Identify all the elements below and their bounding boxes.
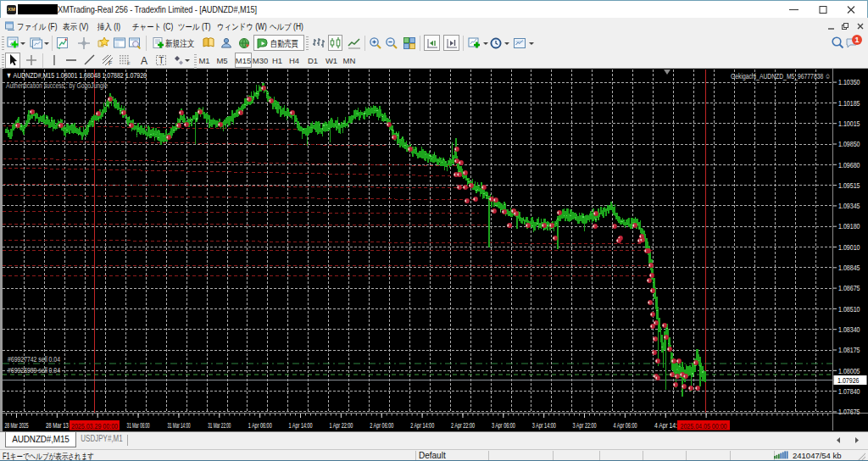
svg-text:1.07840: 1.07840 (838, 387, 860, 396)
svg-text:1.07675: 1.07675 (838, 408, 860, 416)
svg-text:1.07926: 1.07926 (837, 376, 860, 385)
svg-text:Authentication success : by Go: Authentication success : by GogoJungle (6, 81, 108, 90)
svg-text:1.08510: 1.08510 (838, 305, 860, 314)
svg-text:31 Mar 22:00: 31 Mar 22:00 (208, 421, 231, 430)
svg-text:1.09850: 1.09850 (838, 140, 860, 148)
svg-text:4 Apr 14:: 4 Apr 14: (654, 421, 677, 430)
svg-text:1.09680: 1.09680 (838, 161, 860, 169)
svg-text:31 Mar 06:00: 31 Mar 06:00 (127, 421, 150, 430)
svg-text:3 Apr 14:00: 3 Apr 14:00 (532, 421, 556, 430)
svg-text:2 Apr 22:00: 2 Apr 22:00 (451, 421, 475, 430)
svg-text:1.08845: 1.08845 (838, 264, 860, 272)
svg-text:T: T (159, 56, 164, 65)
svg-text:A: A (141, 55, 147, 67)
svg-text:F: F (108, 60, 112, 66)
svg-text:1.08340: 1.08340 (838, 325, 860, 334)
svg-text:1.09515: 1.09515 (838, 181, 860, 190)
svg-text:1.09010: 1.09010 (838, 243, 860, 252)
svg-text:#69927742 sell 0.04: #69927742 sell 0.04 (8, 355, 60, 364)
svg-text:1.10015: 1.10015 (838, 119, 860, 128)
svg-text:3 Apr 06:00: 3 Apr 06:00 (492, 421, 515, 430)
svg-text:2025.04.05 00:00: 2025.04.05 00:00 (681, 422, 727, 430)
svg-text:2 Apr 06:00: 2 Apr 06:00 (370, 421, 393, 430)
svg-text:1.10185: 1.10185 (838, 99, 860, 108)
svg-text:Gekigachi_AUDNZD_M5_96777838 ☺: Gekigachi_AUDNZD_M5_96777838 ☺ (731, 72, 831, 81)
svg-text:1.08005: 1.08005 (838, 367, 860, 375)
svg-text:2 Apr 14:00: 2 Apr 14:00 (410, 421, 434, 430)
svg-text:3 Apr 22:00: 3 Apr 22:00 (573, 421, 597, 430)
svg-text:1.08675: 1.08675 (838, 284, 860, 292)
svg-text:1.08175: 1.08175 (838, 346, 860, 354)
svg-text:31 Mar 14:00: 31 Mar 14:00 (168, 421, 191, 430)
svg-text:1.09345: 1.09345 (838, 202, 860, 210)
svg-text:1 Apr 14:00: 1 Apr 14:00 (289, 421, 313, 430)
svg-text:28 Mar 2025: 28 Mar 2025 (5, 421, 29, 430)
svg-text:1.10350: 1.10350 (838, 78, 860, 86)
svg-text:28 Mar 13: 28 Mar 13 (46, 421, 69, 430)
svg-text:1 Apr 06:00: 1 Apr 06:00 (248, 421, 272, 430)
svg-text:4 Apr 06:00: 4 Apr 06:00 (614, 421, 637, 430)
svg-text:1 Apr 22:00: 1 Apr 22:00 (329, 421, 353, 430)
svg-text:#69926989 sell 0.04: #69926989 sell 0.04 (8, 366, 60, 375)
svg-text:F: F (127, 61, 131, 66)
svg-text:2025.03.29 00:00: 2025.03.29 00:00 (71, 422, 118, 430)
svg-text:▼ AUDNZD#,M15 1.08001 1.0804: ▼ AUDNZD#,M15 1.08001 1.08048 1.07882 1.… (6, 71, 147, 80)
svg-text:1.09180: 1.09180 (838, 222, 860, 230)
